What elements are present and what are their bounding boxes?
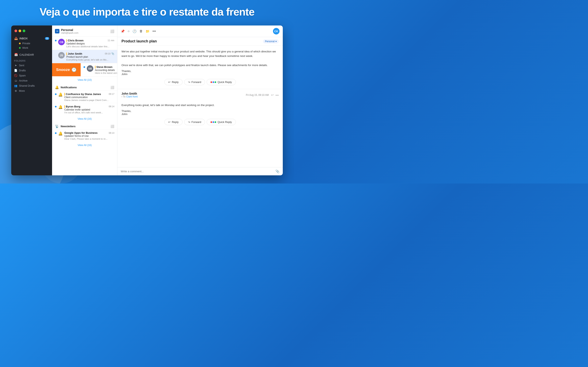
view-all-newsletters[interactable]: View All (16) xyxy=(52,142,117,149)
sidebar-item-work[interactable]: Work xyxy=(11,46,52,50)
notif-preview-confluence: Diana James created a page Client Com... xyxy=(64,99,114,101)
qr-dot-red-1 xyxy=(210,81,212,83)
attachment-icon: 📎 xyxy=(111,52,114,55)
bell-small-icon: 🔔 xyxy=(58,92,63,101)
view-all-personal[interactable]: View All (10) xyxy=(52,76,117,83)
sidebar-item-private[interactable]: Private xyxy=(11,41,52,46)
notifications-section: 🔔 Notifications ⬜ 🔔 Confluence by Diana … xyxy=(52,83,117,122)
newsletter-preview-google: Dear Clark, Please take a moment to re..… xyxy=(64,138,114,140)
more-icon: ⊕ xyxy=(14,89,17,92)
reply-label-2: Reply xyxy=(172,120,178,124)
email-item-john-smith[interactable]: JS John Smith 09:10 📎 Product launch pla… xyxy=(52,50,117,63)
email-preview: Let's discuss additional details later t… xyxy=(66,45,114,48)
sidebar-item-inbox[interactable]: 📥 INBOX 12 xyxy=(11,35,52,41)
message-block-1: We've also put together initial mockups … xyxy=(117,46,283,89)
sidebar: 📥 INBOX 12 Private Work 📅 CALENDAR Folde… xyxy=(11,25,52,175)
newsletter-item-google[interactable]: 🔔 Google Apps for Business 08:14 Updated… xyxy=(52,129,117,142)
email-item-chris-brown[interactable]: CB Chris Brown 11 min Updated designs Le… xyxy=(52,37,117,50)
minimize-button[interactable] xyxy=(18,30,21,32)
close-button[interactable] xyxy=(15,30,17,32)
chevron-down-icon: ▾ xyxy=(276,40,277,43)
notif-subject-byron: Calendar invite updated xyxy=(64,108,114,111)
message-more-icon-2[interactable]: ••• xyxy=(276,93,279,97)
clock-icon[interactable]: 🕐 xyxy=(132,29,137,33)
inbox-icon: 📥 xyxy=(14,37,18,40)
shared-drafts-icon: 👥 xyxy=(14,84,17,87)
quick-reply-button-1[interactable]: Quick Reply xyxy=(207,79,236,85)
view-all-notifications[interactable]: View All (16) xyxy=(52,115,117,122)
email-header: Chris Brown 11 min xyxy=(66,39,114,42)
sidebar-item-archive[interactable]: 🗂 Archive xyxy=(11,78,52,83)
reply-button-1[interactable]: ↩ Reply xyxy=(164,79,182,85)
newsletter-content-google: Google Apps for Business 08:14 Updated T… xyxy=(64,131,114,140)
pin-icon[interactable]: 📌 xyxy=(121,29,125,33)
personal-info: Personal clark@spark.com xyxy=(61,28,109,34)
quick-reply-dots-1 xyxy=(210,81,216,83)
notification-item-byron[interactable]: 🔔 Byron Borg 08:14 Calendar invite updat… xyxy=(52,103,117,115)
sidebar-item-shared-drafts[interactable]: 👥 Shared Drafts xyxy=(11,83,52,88)
forward-button-2[interactable]: ↪ Forward xyxy=(184,119,205,125)
bell-google-icon: 🔔 xyxy=(58,131,63,140)
email-sender: Chris Brown xyxy=(66,39,84,42)
message-text-2: Everything looks great, let's talk on Mo… xyxy=(121,103,279,108)
forward-label-2: Forward xyxy=(191,120,201,124)
bell-small-icon-2: 🔔 xyxy=(58,105,63,114)
comment-input[interactable] xyxy=(121,170,274,173)
email-time: 11 min xyxy=(108,39,114,42)
reader-toolbar: 📌 ○ 🕐 🗑 📁 ••• CK xyxy=(117,25,283,37)
ellipsis-icon[interactable]: ••• xyxy=(153,29,156,33)
sidebar-item-more[interactable]: ⊕ More xyxy=(11,88,52,93)
email-header-john: John Smith 09:10 📎 xyxy=(66,52,114,55)
shared-drafts-label: Shared Drafts xyxy=(19,84,35,87)
email-sender-john: John Smith xyxy=(66,52,82,55)
quick-reply-button-2[interactable]: Quick Reply xyxy=(207,119,236,125)
notifications-archive-button[interactable]: ⬜ xyxy=(111,86,114,89)
notifications-title: Notifications xyxy=(61,86,109,89)
notif-sender-confluence: Confluence by Diana James xyxy=(64,92,101,96)
reply-icon-2: ↩ xyxy=(168,120,171,124)
circle-icon[interactable]: ○ xyxy=(128,29,130,33)
forward-button-1[interactable]: ↪ Forward xyxy=(184,79,205,85)
reply-button-2[interactable]: ↩ Reply xyxy=(164,119,182,125)
notif-sender-byron: Byron Borg xyxy=(64,105,80,108)
quick-reply-dots-2 xyxy=(210,121,216,123)
comment-bar: 📎 xyxy=(117,167,283,175)
email-item-steve-brown[interactable]: SB Steve Brown Accounting details Here i… xyxy=(81,63,117,76)
newsletters-archive-button[interactable]: ⬜ xyxy=(111,125,114,128)
reply-label-1: Reply xyxy=(172,81,178,83)
sent-icon: ➤ xyxy=(14,64,17,67)
email-subject: Updated designs xyxy=(66,42,114,45)
email-content-john: John Smith 09:10 📎 Product launch plan E… xyxy=(66,52,114,61)
inbox-badge: 12 xyxy=(45,37,49,40)
more-label: More xyxy=(19,90,25,92)
message-body-1: We've also put together initial mockups … xyxy=(121,49,279,67)
sidebar-item-spam[interactable]: 🚫 Spam xyxy=(11,73,52,78)
reader-user-avatar[interactable]: CK xyxy=(273,28,279,34)
unread-dot-confluence xyxy=(55,93,57,95)
sidebar-item-calendar[interactable]: 📅 CALENDAR xyxy=(11,52,52,58)
snooze-button[interactable]: Snooze 🕐 xyxy=(52,63,81,76)
sidebar-item-sent[interactable]: ➤ Sent xyxy=(11,63,52,68)
message-to-2: › To Clark Kent xyxy=(121,95,138,98)
message-reply-icon-2[interactable]: ↩ xyxy=(271,93,274,97)
maximize-button[interactable] xyxy=(23,30,25,32)
folders-label: Folders xyxy=(11,58,52,63)
priority-byron xyxy=(64,105,65,108)
email-time-john: 09:10 xyxy=(105,52,111,55)
message-to-link[interactable]: Clark Kent xyxy=(126,95,138,98)
attach-icon[interactable]: 📎 xyxy=(276,169,279,173)
notif-time-byron: 08:14 xyxy=(109,105,114,108)
reader-tag[interactable]: Personal ▾ xyxy=(263,39,279,43)
folder-icon[interactable]: 📁 xyxy=(146,29,150,33)
message-signature-1: Thanks, John xyxy=(121,69,279,76)
sender-name: Chris Brown xyxy=(68,39,84,42)
notification-item-confluence[interactable]: 🔔 Confluence by Diana James 09:17 Client… xyxy=(52,91,117,103)
hero-title: Veja o que importa e tire o restante da … xyxy=(0,6,294,18)
newsletter-time-google: 08:14 xyxy=(109,132,114,134)
header-archive-button[interactable]: ⬜ xyxy=(110,29,114,33)
trash-icon[interactable]: 🗑 xyxy=(139,29,143,33)
notif-time-confluence: 09:17 xyxy=(109,93,114,95)
message-paragraph-1: We've also put together initial mockups … xyxy=(121,49,279,58)
tag-label: Personal xyxy=(265,40,275,43)
sidebar-item-drafts[interactable]: 📄 Drafts xyxy=(11,68,52,73)
